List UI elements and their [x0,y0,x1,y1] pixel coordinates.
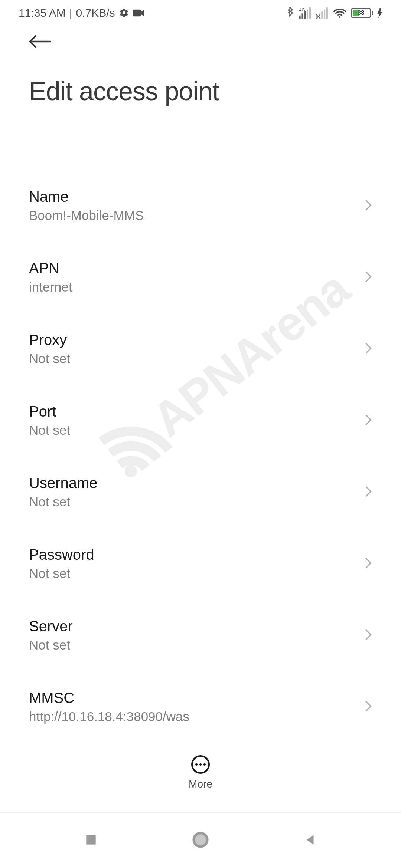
list-item-name[interactable]: Name Boom!-Mobile-MMS [29,171,372,242]
list-item-username[interactable]: Username Not set [29,457,372,529]
gear-icon [119,8,129,18]
chevron-right-icon [365,628,372,642]
chevron-right-icon [365,414,372,428]
svg-rect-11 [326,7,328,19]
svg-rect-13 [87,835,96,844]
list-item-server[interactable]: Server Not set [29,600,372,672]
list-item-label: Name [29,188,365,205]
chevron-right-icon [365,700,372,714]
signal-nosim-icon [316,7,329,19]
nav-home-button[interactable] [192,831,209,850]
status-bar: 11:35 AM | 0.7KB/s 4G 38 [0,0,401,23]
status-right: 4G 38 [286,7,382,19]
list-item-value: Not set [29,638,365,652]
svg-rect-3 [301,13,303,19]
more-button[interactable]: More [0,755,401,790]
list-item-value: Not set [29,566,365,581]
svg-rect-4 [304,11,306,19]
nav-recents-button[interactable] [84,833,98,848]
list-item-value: Not set [29,351,365,366]
list-item-value: Boom!-Mobile-MMS [29,208,365,223]
more-icon [191,755,210,774]
list-item-password[interactable]: Password Not set [29,529,372,600]
status-divider: | [69,7,72,19]
battery-icon: 38 [351,8,373,18]
chevron-right-icon [365,557,372,571]
list-item-value: Not set [29,494,365,509]
charging-icon [377,8,382,18]
list-item-label: Proxy [29,332,365,348]
list-item-proxy[interactable]: Proxy Not set [29,314,372,385]
settings-list: Name Boom!-Mobile-MMS APN internet Proxy… [0,171,401,742]
list-item-label: Password [29,546,365,563]
list-item-label: Username [29,475,365,491]
back-button[interactable] [0,23,401,50]
svg-rect-5 [307,9,308,19]
page-title: Edit access point [0,50,401,125]
chevron-right-icon [365,485,372,499]
nav-back-button[interactable] [303,833,317,848]
list-item-label: MMSC [29,690,365,706]
more-label: More [189,778,212,790]
chevron-right-icon [365,199,372,213]
arrow-left-icon [29,34,51,49]
status-left: 11:35 AM | 0.7KB/s [19,7,145,19]
svg-rect-0 [133,10,141,17]
wifi-icon [333,8,346,18]
list-item-value: http://10.16.18.4:38090/was [29,709,365,724]
status-time: 11:35 AM [19,7,66,19]
list-item-value: internet [29,280,365,295]
list-item-label: Port [29,403,365,420]
svg-rect-6 [309,7,311,19]
nav-bar [0,812,401,868]
signal-4g-icon: 4G [299,7,312,19]
list-item-label: APN [29,260,365,277]
chevron-right-icon [365,270,372,285]
svg-rect-2 [299,16,301,19]
list-item-apn[interactable]: APN internet [29,242,372,314]
svg-rect-9 [321,11,323,19]
list-item-label: Server [29,618,365,635]
list-item-port[interactable]: Port Not set [29,385,372,457]
status-netspeed: 0.7KB/s [76,7,115,19]
svg-rect-10 [324,9,325,19]
chevron-right-icon [365,342,372,356]
camera-icon [133,9,145,17]
bluetooth-icon [286,7,294,19]
list-item-value: Not set [29,423,365,438]
list-item-mmsc[interactable]: MMSC http://10.16.18.4:38090/was [29,672,372,742]
